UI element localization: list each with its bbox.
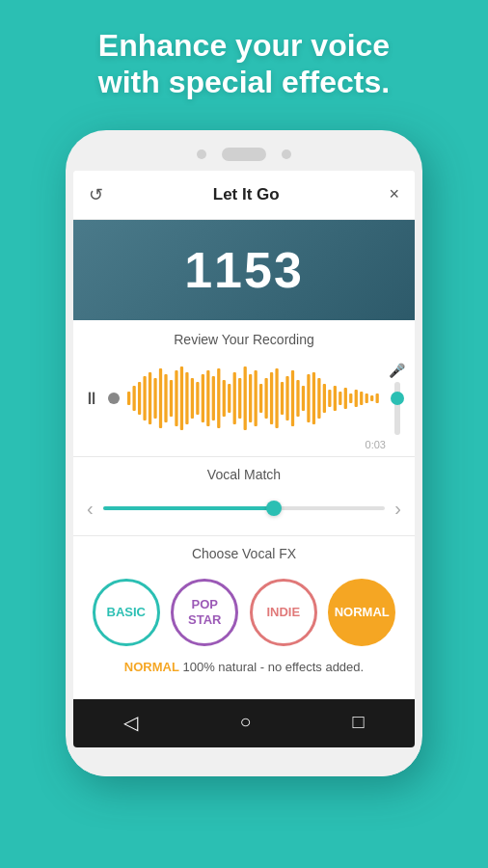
volume-thumb[interactable] <box>391 392 404 405</box>
svg-rect-29 <box>281 382 284 415</box>
playhead-dot <box>108 393 120 404</box>
svg-rect-33 <box>302 386 305 411</box>
waveform-container: ⏸ <box>73 357 415 439</box>
song-title: Let It Go <box>213 185 280 204</box>
nav-recents-button[interactable]: □ <box>352 711 364 733</box>
svg-rect-30 <box>285 376 288 420</box>
svg-rect-7 <box>164 374 167 422</box>
svg-rect-2 <box>138 382 141 415</box>
svg-rect-12 <box>191 378 194 419</box>
svg-rect-0 <box>127 392 130 405</box>
volume-track <box>394 382 400 435</box>
svg-rect-1 <box>132 386 135 411</box>
fx-indie-button[interactable]: INDIE <box>250 579 317 646</box>
vocal-match-thumb[interactable] <box>266 501 282 516</box>
fx-circles-container: BASIC POPSTAR INDIE NORMAL <box>73 571 415 656</box>
fx-selected-desc: 100% natural - no effects added. <box>183 660 365 674</box>
choose-fx-label: Choose Vocal FX <box>73 546 415 561</box>
vocal-match-label: Vocal Match <box>73 467 415 482</box>
svg-rect-34 <box>307 374 310 422</box>
svg-rect-44 <box>360 392 363 405</box>
phone-wrapper: ↺ Let It Go × 1153 Review Your Recording… <box>0 121 488 776</box>
phone-screen: ↺ Let It Go × 1153 Review Your Recording… <box>73 171 415 747</box>
phone-bottom <box>66 747 422 776</box>
svg-rect-37 <box>323 384 326 413</box>
svg-rect-36 <box>317 378 320 419</box>
fx-popstar-button[interactable]: POPSTAR <box>171 579 238 646</box>
svg-rect-10 <box>180 366 183 430</box>
svg-rect-9 <box>175 370 177 426</box>
svg-rect-4 <box>149 372 151 424</box>
top-text-area: Enhance your voice with special effects. <box>0 0 488 121</box>
svg-rect-11 <box>185 372 188 424</box>
phone-top <box>66 148 422 171</box>
nav-back-button[interactable]: ◁ <box>123 711 138 734</box>
svg-rect-15 <box>206 370 209 426</box>
svg-rect-35 <box>312 372 315 424</box>
vocal-match-right-arrow[interactable]: › <box>394 498 401 520</box>
mic-icon: 🎤 <box>389 363 405 378</box>
fx-basic-button[interactable]: BASIC <box>93 579 160 646</box>
svg-rect-45 <box>366 393 368 403</box>
close-button[interactable]: × <box>389 184 399 204</box>
svg-rect-18 <box>223 380 226 417</box>
svg-rect-43 <box>355 390 358 407</box>
svg-rect-47 <box>376 393 379 403</box>
score-number: 1153 <box>73 241 415 299</box>
svg-rect-46 <box>370 395 373 401</box>
svg-rect-40 <box>339 392 341 405</box>
svg-rect-17 <box>217 368 220 428</box>
volume-slider[interactable]: 🎤 <box>389 363 405 435</box>
svg-rect-39 <box>334 386 337 411</box>
play-pause-button[interactable]: ⏸ <box>83 389 100 409</box>
title-bar: ↺ Let It Go × <box>73 171 415 220</box>
svg-rect-5 <box>153 378 156 419</box>
camera-dot-2 <box>282 149 291 159</box>
choose-fx-section: Choose Vocal FX BASIC POPSTAR INDIE NORM… <box>73 536 415 693</box>
score-area: 1153 <box>73 220 415 320</box>
svg-rect-31 <box>291 370 294 426</box>
review-label: Review Your Recording <box>73 332 415 347</box>
vocal-match-section: Vocal Match ‹ › <box>73 457 415 535</box>
svg-rect-6 <box>159 368 162 428</box>
review-section: Review Your Recording ⏸ <box>73 320 415 456</box>
svg-rect-20 <box>233 372 236 424</box>
svg-rect-22 <box>244 366 247 430</box>
svg-rect-14 <box>202 374 204 422</box>
svg-rect-24 <box>255 370 258 426</box>
waveform-display[interactable] <box>127 365 381 432</box>
nav-home-button[interactable]: ○ <box>239 711 251 733</box>
camera-dot <box>197 149 206 159</box>
svg-rect-41 <box>344 388 347 409</box>
svg-rect-13 <box>196 382 199 415</box>
fx-selected-name: NORMAL <box>124 660 179 674</box>
svg-rect-26 <box>264 378 267 419</box>
svg-rect-3 <box>143 376 146 420</box>
phone: ↺ Let It Go × 1153 Review Your Recording… <box>66 130 422 776</box>
fx-normal-button[interactable]: NORMAL <box>328 579 395 646</box>
svg-rect-8 <box>170 380 173 417</box>
vocal-match-left-arrow[interactable]: ‹ <box>87 498 94 520</box>
svg-rect-25 <box>259 384 262 413</box>
headline: Enhance your voice with special effects. <box>39 27 449 101</box>
svg-rect-16 <box>212 376 215 420</box>
vocal-match-slider-row: ‹ › <box>73 492 415 526</box>
speaker-grille <box>222 148 266 161</box>
time-label: 0:03 <box>73 439 415 456</box>
svg-rect-19 <box>228 384 230 413</box>
svg-rect-42 <box>349 393 352 403</box>
svg-rect-21 <box>238 378 241 419</box>
svg-rect-23 <box>249 374 252 422</box>
back-button[interactable]: ↺ <box>89 184 103 205</box>
vocal-match-track[interactable] <box>103 506 386 510</box>
vocal-match-fill <box>103 506 273 510</box>
svg-rect-28 <box>275 368 278 428</box>
phone-nav-bar: ◁ ○ □ <box>73 699 415 747</box>
fx-description: NORMAL 100% natural - no effects added. <box>73 656 415 686</box>
svg-rect-27 <box>270 372 273 424</box>
svg-rect-32 <box>296 380 299 417</box>
svg-rect-38 <box>328 390 331 407</box>
